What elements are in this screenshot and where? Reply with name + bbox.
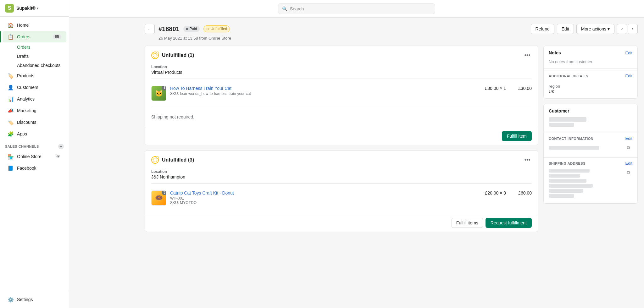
- card-header-1: Unfulfilled (1) •••: [145, 46, 538, 65]
- order-header: ← #18801 Paid ⊙ Unfulfilled Refund Edit …: [145, 24, 638, 34]
- add-sales-channel-button[interactable]: +: [58, 144, 64, 149]
- sidebar-subitem-orders[interactable]: Orders: [3, 43, 66, 52]
- sidebar-item-products[interactable]: 🏷️ Products: [3, 70, 66, 81]
- paid-badge: Paid: [183, 26, 200, 32]
- main-content: ← #18801 Paid ⊙ Unfulfilled Refund Edit …: [138, 18, 644, 308]
- sidebar-item-apps[interactable]: 🧩 Apps: [3, 128, 66, 140]
- contact-edit-link[interactable]: Edit: [625, 136, 632, 141]
- product-price-2: £20.00 × 3: [481, 190, 506, 195]
- shipping-address-header: SHIPPING ADDRESS Edit: [544, 157, 637, 166]
- shipping-body: ⧉: [544, 166, 637, 203]
- fulfill-items-button[interactable]: Fulfill items: [452, 218, 483, 228]
- product-name-link-1[interactable]: How To Harness Train Your Cat: [170, 86, 477, 91]
- sidebar-item-customers[interactable]: 👤 Customers: [3, 82, 66, 93]
- search-bar[interactable]: 🔍: [278, 3, 435, 14]
- additional-details-header: ADDITIONAL DETAILS Edit: [544, 70, 637, 79]
- order-content: Unfulfilled (1) ••• Location Virtual Pro…: [145, 46, 638, 237]
- card-footer-2: Fulfill items Request fulfillment: [145, 214, 538, 232]
- settings-icon: ⚙️: [8, 296, 14, 303]
- sidebar-item-label: Facebook: [17, 166, 36, 171]
- fulfillment-status-1: Unfulfilled (1): [151, 52, 194, 59]
- dots-menu-1[interactable]: •••: [523, 51, 532, 60]
- product-name-link-2[interactable]: Catnip Cat Toys Craft Kit - Donut: [170, 190, 477, 195]
- fulfillment-status-2: Unfulfilled (3): [151, 156, 194, 164]
- copy-email-icon[interactable]: ⧉: [625, 144, 632, 151]
- address-line-3: [549, 179, 586, 183]
- customer-title: Customer: [549, 108, 569, 113]
- fulfillment-title-1: Unfulfilled (1): [162, 52, 194, 58]
- sidebar-subitem-drafts[interactable]: Drafts: [3, 52, 66, 61]
- discounts-icon: 🏷️: [8, 119, 14, 125]
- next-order-button[interactable]: ›: [628, 24, 638, 34]
- sidebar-header[interactable]: S Supakit® ▾: [0, 0, 69, 17]
- order-date: 26 May 2021 at 13:58 from Online Store: [145, 36, 638, 41]
- edit-button[interactable]: Edit: [557, 24, 574, 34]
- search-input[interactable]: [290, 6, 431, 11]
- sidebar-item-home[interactable]: 🏠 Home: [3, 19, 66, 31]
- additional-details-body: region UK: [544, 79, 637, 98]
- sidebar-item-label: Customers: [17, 85, 38, 90]
- sidebar-item-marketing[interactable]: 📣 Marketing: [3, 105, 66, 116]
- sidebar-item-label: Online Store: [17, 154, 42, 159]
- sales-channels-header: SALES CHANNELS +: [0, 140, 69, 151]
- email-blurred: [549, 146, 599, 150]
- notes-content: No notes from customer: [549, 59, 592, 64]
- sidebar: S Supakit® ▾ 🏠 Home 📋 Orders 85 Orders D…: [0, 0, 69, 308]
- apps-icon: 🧩: [8, 131, 14, 137]
- customer-card: Customer CONTACT INFORMATION Edit ⧉: [543, 104, 638, 204]
- location-value-2: J&J Northampton: [151, 174, 532, 179]
- notes-edit-link[interactable]: Edit: [625, 51, 632, 55]
- orders-badge: 85: [53, 34, 61, 39]
- sidebar-subitem-abandoned[interactable]: Abandoned checkouts: [3, 61, 66, 70]
- store-name[interactable]: Supakit® ▾: [16, 6, 38, 11]
- marketing-icon: 📣: [8, 107, 14, 114]
- sidebar-subitem-label: Drafts: [17, 54, 29, 59]
- sidebar-item-discounts[interactable]: 🏷️ Discounts: [3, 117, 66, 128]
- quantity-badge-2: 3: [162, 190, 166, 195]
- prev-order-button[interactable]: ‹: [617, 24, 627, 34]
- sidebar-item-facebook[interactable]: 📘 Facebook: [3, 162, 66, 174]
- orders-icon: 📋: [8, 34, 14, 40]
- card-body-1: Location Virtual Products 🐱 1 How To Har…: [145, 65, 538, 127]
- product-wh-2: WH-001: [170, 196, 477, 201]
- more-actions-button[interactable]: More actions ▾: [576, 24, 614, 34]
- product-total-1: £30.00: [510, 86, 532, 91]
- sidebar-item-label: Products: [17, 73, 34, 78]
- store-name-text: Supakit®: [16, 6, 36, 11]
- online-store-icon: 🏪: [8, 153, 14, 160]
- contact-body: ⧉: [544, 141, 637, 156]
- shipping-title: SHIPPING ADDRESS: [549, 162, 586, 165]
- sidebar-item-label: Orders: [17, 34, 31, 39]
- sidebar-item-orders[interactable]: 📋 Orders 85: [3, 31, 66, 42]
- additional-details-edit-link[interactable]: Edit: [625, 74, 632, 78]
- more-actions-label: More actions: [581, 26, 606, 31]
- region-value: UK: [549, 89, 632, 94]
- copy-address-icon[interactable]: ⧉: [625, 169, 632, 176]
- sidebar-item-label: Apps: [17, 131, 27, 136]
- address-line-4: [549, 184, 593, 188]
- sidebar-item-online-store[interactable]: 🏪 Online Store 👁: [3, 151, 66, 162]
- unfulfilled-text: Unfulfilled: [211, 27, 227, 31]
- sidebar-bottom: ⚙️ Settings: [0, 291, 69, 308]
- refund-button[interactable]: Refund: [531, 24, 554, 34]
- line-item-1: 🐱 1 How To Harness Train Your Cat SKU: l…: [151, 83, 532, 104]
- svg-point-1: [153, 158, 157, 162]
- sales-channels-label: SALES CHANNELS: [5, 145, 39, 148]
- customer-card-header: Customer: [544, 104, 637, 115]
- sidebar-item-analytics[interactable]: 📊 Analytics: [3, 93, 66, 105]
- quantity-badge-1: 1: [162, 86, 166, 91]
- shipping-edit-link[interactable]: Edit: [625, 161, 632, 166]
- contact-row: ⧉: [549, 144, 632, 151]
- eye-icon[interactable]: 👁: [55, 153, 61, 160]
- svg-point-0: [153, 53, 157, 58]
- sidebar-item-settings[interactable]: ⚙️ Settings: [3, 294, 66, 305]
- order-main-column: Unfulfilled (1) ••• Location Virtual Pro…: [145, 46, 538, 237]
- customer-sub-blurred: [549, 123, 574, 127]
- back-button[interactable]: ←: [145, 24, 155, 34]
- fulfill-item-button[interactable]: Fulfill item: [502, 131, 532, 141]
- request-fulfillment-button[interactable]: Request fulfillment: [486, 218, 532, 228]
- address-line-2: [549, 174, 580, 178]
- location-label-2: Location: [151, 169, 532, 174]
- dots-menu-2[interactable]: •••: [523, 156, 532, 164]
- product-details-2: Catnip Cat Toys Craft Kit - Donut WH-001…: [170, 190, 477, 205]
